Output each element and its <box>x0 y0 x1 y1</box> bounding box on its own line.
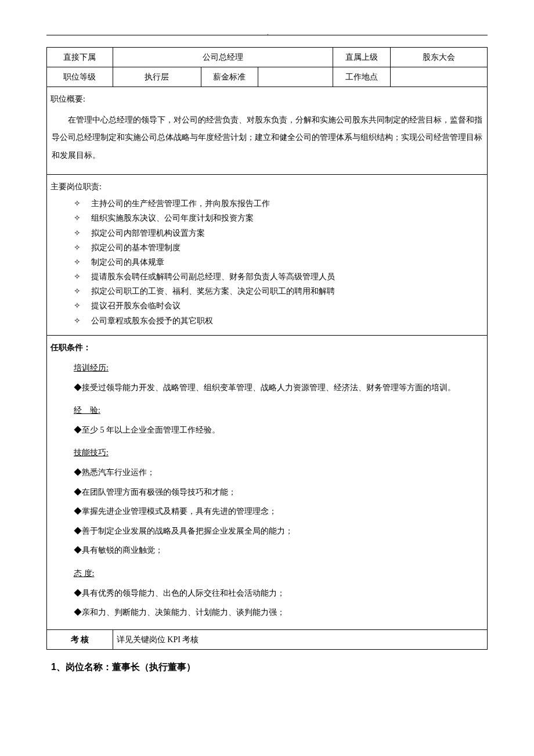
overview-cell: 职位概要: 在管理中心总经理的领导下，对公司的经营负责、对股东负责，分解和实施公… <box>47 87 488 175</box>
top-rule: . <box>46 35 488 35</box>
duties-cell: 主要岗位职责: 主持公司的生产经营管理工作，并向股东报告工作组织实施股东决议、公… <box>47 174 488 335</box>
table-row: 职位等级 执行层 薪金标准 工作地点 <box>47 67 488 87</box>
qualification-item: 在团队管理方面有极强的领导技巧和才能； <box>74 483 484 502</box>
duty-item: 主持公司的生产经营管理工作，并向股东报告工作 <box>74 196 484 211</box>
qualification-heading: 培训经历: <box>74 358 484 378</box>
duty-item: 组织实施股东决议、公司年度计划和投资方案 <box>74 211 484 225</box>
qualification-item: 亲和力、判断能力、决策能力、计划能力、谈判能力强； <box>74 603 484 622</box>
label-location: 工作地点 <box>333 67 391 87</box>
label-direct-report: 直接下属 <box>47 48 113 67</box>
duty-item: 提议召开股东会临时会议 <box>74 298 484 313</box>
qualification-item: 接受过领导能力开发、战略管理、组织变革管理、战略人力资源管理、经济法、财务管理等… <box>74 378 484 398</box>
value-superior: 股东大会 <box>390 48 487 67</box>
duties-list: 主持公司的生产经营管理工作，并向股东报告工作组织实施股东决议、公司年度计划和投资… <box>50 196 484 328</box>
qualification-item: 掌握先进企业管理模式及精要，具有先进的管理理念； <box>74 502 484 521</box>
qualification-heading: 技能技巧: <box>74 443 484 463</box>
duties-title: 主要岗位职责: <box>50 179 484 194</box>
qualification-item: 至少 5 年以上企业全面管理工作经验。 <box>74 420 484 440</box>
duty-item: 提请股东会聘任或解聘公司副总经理、财务部负责人等高级管理人员 <box>74 269 484 284</box>
bottom-heading: 1、岗位名称：董事长（执行董事） <box>51 659 488 676</box>
duty-item: 拟定公司职工的工资、福利、奖惩方案、决定公司职工的聘用和解聘 <box>74 284 484 298</box>
table-row: 职位概要: 在管理中心总经理的领导下，对公司的经营负责、对股东负责，分解和实施公… <box>47 87 488 175</box>
label-position-level: 职位等级 <box>47 67 113 87</box>
qualification-heading: 态 度: <box>74 564 484 584</box>
table-row: 考 核 详见关键岗位 KPI 考核 <box>47 629 488 649</box>
table-row: 任职条件： 培训经历:接受过领导能力开发、战略管理、组织变革管理、战略人力资源管… <box>47 335 488 629</box>
job-info-table: 直接下属 公司总经理 直属上级 股东大会 职位等级 执行层 薪金标准 工作地点 … <box>46 47 488 650</box>
value-location <box>390 67 487 87</box>
duty-item: 拟定公司的基本管理制度 <box>74 240 484 255</box>
value-direct-report: 公司总经理 <box>113 48 333 67</box>
duty-item: 拟定公司内部管理机构设置方案 <box>74 226 484 240</box>
value-salary <box>258 67 333 87</box>
table-row: 直接下属 公司总经理 直属上级 股东大会 <box>47 48 488 67</box>
qualifications-body: 培训经历:接受过领导能力开发、战略管理、组织变革管理、战略人力资源管理、经济法、… <box>50 358 484 622</box>
qualification-item: 具有敏锐的商业触觉； <box>74 541 484 560</box>
value-position-level: 执行层 <box>113 67 201 87</box>
qualification-item: 善于制定企业发展的战略及具备把握企业发展全局的能力； <box>74 521 484 541</box>
duty-item: 公司章程或股东会授予的其它职权 <box>74 314 484 328</box>
assessment-value: 详见关键岗位 KPI 考核 <box>113 629 487 649</box>
table-row: 主要岗位职责: 主持公司的生产经营管理工作，并向股东报告工作组织实施股东决议、公… <box>47 174 488 335</box>
label-superior: 直属上级 <box>333 48 391 67</box>
label-salary: 薪金标准 <box>201 67 258 87</box>
qualifications-title: 任职条件： <box>50 340 484 355</box>
qualification-heading: 经 验: <box>74 401 484 420</box>
qualifications-cell: 任职条件： 培训经历:接受过领导能力开发、战略管理、组织变革管理、战略人力资源管… <box>47 335 488 629</box>
qualification-item: 具有优秀的领导能力、出色的人际交往和社会活动能力； <box>74 584 484 603</box>
top-dot: . <box>267 28 269 38</box>
duty-item: 制定公司的具体规章 <box>74 255 484 269</box>
overview-title: 职位概要: <box>50 92 484 106</box>
assessment-label: 考 核 <box>47 629 113 649</box>
overview-text: 在管理中心总经理的领导下，对公司的经营负责、对股东负责，分解和实施公司股东共同制… <box>50 109 484 167</box>
qualification-item: 熟悉汽车行业运作； <box>74 463 484 483</box>
